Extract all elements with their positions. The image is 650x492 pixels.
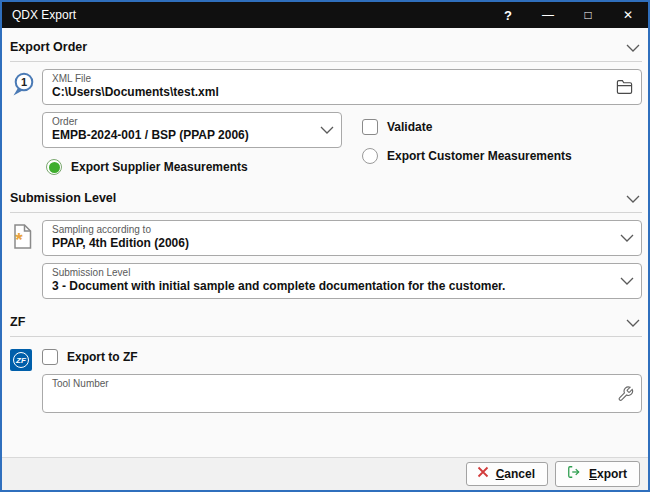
chevron-down-icon	[626, 189, 640, 207]
svg-text:*: *	[15, 229, 23, 250]
chevron-down-icon	[626, 313, 640, 331]
cancel-button-label: Cancel	[496, 467, 535, 481]
chevron-down-icon	[320, 126, 334, 134]
export-to-zf-label: Export to ZF	[67, 350, 138, 364]
cancel-button[interactable]: Cancel	[466, 462, 548, 486]
order-label: Order	[52, 116, 315, 128]
dialog-content: Export Order 1 XML File C:\Users\Documen…	[2, 28, 648, 457]
sampling-value: PPAP, 4th Edition (2006)	[52, 236, 615, 251]
export-customer-radio[interactable]	[362, 148, 378, 164]
sampling-label: Sampling according to	[52, 224, 615, 236]
minimize-icon[interactable]: —	[528, 2, 568, 28]
chevron-down-icon	[620, 277, 634, 285]
chevron-down-icon	[626, 38, 640, 56]
submission-level-value: 3 - Document with initial sample and com…	[52, 279, 615, 294]
order-combobox[interactable]: Order EMPB-2024-001 / BSP (PPAP 2006)	[42, 112, 342, 148]
export-arrow-icon	[566, 465, 582, 482]
folder-browse-icon[interactable]	[615, 79, 634, 96]
maximize-icon[interactable]: □	[568, 2, 608, 28]
section-title-submission-level: Submission Level	[10, 191, 116, 205]
section-title-export-order: Export Order	[10, 40, 87, 54]
chevron-down-icon	[620, 234, 634, 242]
export-supplier-radio[interactable]	[46, 159, 62, 175]
cancel-x-icon	[477, 466, 489, 481]
validate-label: Validate	[387, 120, 432, 134]
section-header-submission-level[interactable]: Submission Level	[10, 181, 642, 213]
submission-level-combobox[interactable]: Submission Level 3 - Document with initi…	[42, 263, 642, 299]
document-asterisk-icon: *	[10, 220, 42, 254]
close-icon[interactable]: ✕	[608, 2, 648, 28]
titlebar: QDX Export ? — □ ✕	[2, 2, 648, 28]
sampling-combobox[interactable]: Sampling according to PPAP, 4th Edition …	[42, 220, 642, 256]
export-button-label: Export	[589, 467, 627, 481]
step-1-number: 1	[21, 76, 27, 88]
footer-bar: Cancel Export	[2, 457, 648, 490]
zf-logo: ZF	[10, 349, 32, 371]
export-to-zf-checkbox[interactable]	[42, 349, 58, 365]
section-title-zf: ZF	[10, 315, 25, 329]
wrench-icon[interactable]	[617, 385, 634, 402]
order-value: EMPB-2024-001 / BSP (PPAP 2006)	[52, 128, 315, 143]
section-header-export-order[interactable]: Export Order	[10, 30, 642, 62]
xml-file-value: C:\Users\Documents\test.xml	[52, 85, 615, 100]
export-supplier-label: Export Supplier Measurements	[71, 160, 248, 174]
help-icon[interactable]: ?	[488, 2, 528, 28]
section-header-zf[interactable]: ZF	[10, 305, 642, 337]
export-customer-label: Export Customer Measurements	[387, 149, 572, 163]
export-button[interactable]: Export	[555, 461, 640, 487]
validate-checkbox[interactable]	[362, 119, 378, 135]
qdx-export-dialog: QDX Export ? — □ ✕ Export Order 1 XML Fi…	[0, 0, 650, 492]
xml-file-field[interactable]: XML File C:\Users\Documents\test.xml	[42, 69, 642, 105]
step-1-balloon-icon: 1	[10, 69, 42, 102]
tool-number-value	[52, 390, 615, 405]
tool-number-label: Tool Number	[52, 378, 615, 390]
tool-number-field[interactable]: Tool Number	[42, 374, 642, 413]
window-title: QDX Export	[2, 8, 488, 22]
xml-file-label: XML File	[52, 73, 615, 85]
submission-level-label: Submission Level	[52, 267, 615, 279]
zf-logo-text: ZF	[13, 352, 29, 368]
